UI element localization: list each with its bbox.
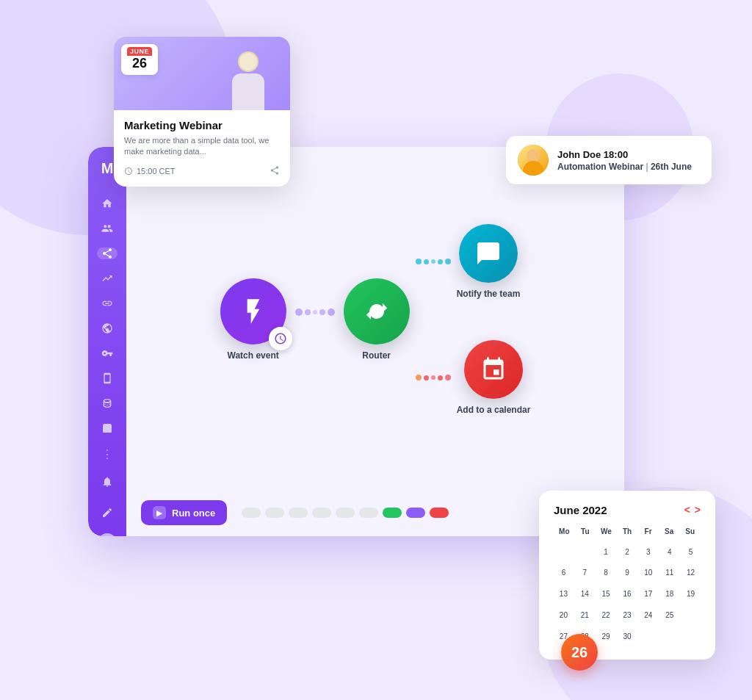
sidebar-item-links[interactable] — [97, 297, 118, 309]
watch-event-node[interactable]: Watch event — [220, 278, 286, 361]
app-window: M ⋮ — [88, 147, 624, 536]
run-once-button[interactable]: ▶ Run once — [141, 500, 227, 525]
cal-cell-9[interactable]: 9 — [618, 563, 637, 583]
cal-cell-11[interactable]: 11 — [659, 563, 679, 583]
cal-cell-8[interactable]: 8 — [596, 563, 616, 583]
router-node[interactable]: Router — [344, 278, 410, 361]
user-avatar[interactable] — [98, 533, 117, 536]
cal-cell-10[interactable]: 10 — [638, 563, 658, 583]
cal-cell-15[interactable]: 15 — [596, 584, 616, 604]
cal-day-su: Su — [679, 525, 701, 538]
cal-cell-14[interactable]: 14 — [575, 584, 595, 604]
sidebar-bell-icon[interactable] — [97, 472, 118, 492]
dot-5 — [336, 508, 355, 518]
webinar-footer: 15:00 CET — [124, 165, 280, 178]
cal-cell-17[interactable]: 17 — [638, 584, 658, 604]
sidebar-more[interactable]: ⋮ — [101, 447, 114, 461]
cal-cell-30[interactable]: 30 — [618, 627, 637, 646]
watch-event-circle[interactable] — [220, 278, 286, 344]
bottom-dots — [242, 508, 449, 518]
cal-cell-2[interactable]: 2 — [618, 542, 637, 562]
notify-label: Notify the team — [457, 289, 521, 299]
calendar-days-header: Mo Tu We Th Fr Sa Su — [554, 525, 701, 538]
sidebar-item-home[interactable] — [97, 198, 118, 209]
play-icon: ▶ — [153, 506, 166, 519]
dot-6 — [359, 508, 378, 518]
main-content: Watch event — [126, 147, 624, 536]
webinar-month: JUNE — [127, 47, 152, 56]
webinar-description: We are more than a simple data tool, we … — [124, 135, 280, 158]
cal-cell-18[interactable]: 18 — [659, 584, 679, 604]
cal-day-fr: Fr — [637, 525, 659, 538]
notify-node[interactable]: Notify the team — [457, 224, 521, 299]
cal-cell-19[interactable]: 19 — [681, 584, 701, 604]
webinar-time: 15:00 CET — [124, 167, 176, 176]
calendar-title: June 2022 — [554, 504, 607, 516]
highlighted-day-badge[interactable]: 26 — [561, 634, 598, 671]
cal-cell-23[interactable]: 23 — [618, 605, 637, 625]
cal-cell-22[interactable]: 22 — [596, 605, 616, 625]
cal-cell-3[interactable]: 3 — [638, 542, 658, 562]
webinar-date-badge: JUNE 26 — [121, 44, 158, 75]
dot-2 — [265, 508, 284, 518]
app-logo: M — [101, 160, 114, 177]
notification-name: John Doe — [557, 149, 601, 160]
sidebar-edit-icon[interactable] — [97, 502, 118, 523]
notification-name-time: John Doe 18:00 — [557, 149, 692, 160]
cal-day-we: We — [596, 525, 617, 538]
cal-cell-25[interactable]: 25 — [659, 605, 679, 625]
cal-cell-13[interactable]: 13 — [554, 584, 574, 604]
calendar-circle[interactable] — [464, 340, 523, 399]
webinar-title: Marketing Webinar — [124, 119, 280, 131]
notify-circle[interactable] — [459, 224, 518, 283]
sidebar-item-globe[interactable] — [97, 322, 118, 334]
cal-cell-blank5 — [681, 627, 701, 646]
notification-event-line: Automation Webinar | 26th June — [557, 162, 692, 172]
sidebar-item-users[interactable] — [97, 223, 118, 234]
cal-cell-24[interactable]: 24 — [638, 605, 658, 625]
cal-cell-29[interactable]: 29 — [596, 627, 616, 646]
notification-card: John Doe 18:00 Automation Webinar | 26th… — [506, 136, 712, 184]
sidebar-item-share[interactable] — [97, 248, 118, 259]
cal-cell-5[interactable]: 5 — [681, 542, 701, 562]
router-circle[interactable] — [344, 278, 410, 344]
webinar-card-image: JUNE 26 — [114, 37, 290, 110]
dot-3 — [289, 508, 308, 518]
sidebar-item-database[interactable] — [97, 397, 118, 409]
router-label: Router — [362, 350, 391, 361]
cal-cell-blank2 — [575, 542, 595, 562]
sidebar-item-key[interactable] — [97, 347, 118, 359]
cal-cell-6[interactable]: 6 — [554, 563, 574, 583]
notification-time: 18:00 — [604, 149, 628, 160]
calendar-next-button[interactable]: > — [695, 504, 701, 516]
cal-cell-21[interactable]: 21 — [575, 605, 595, 625]
cal-day-th: Th — [617, 525, 638, 538]
cal-day-sa: Sa — [659, 525, 680, 538]
webinar-share-icon[interactable] — [270, 165, 280, 178]
cal-cell-16[interactable]: 16 — [618, 584, 637, 604]
cal-cell-4[interactable]: 4 — [659, 542, 679, 562]
cal-cell-blank4 — [659, 627, 679, 646]
webinar-time-text: 15:00 CET — [137, 167, 176, 176]
watch-event-label: Watch event — [228, 350, 279, 361]
dot-red — [430, 508, 449, 518]
dot-1 — [242, 508, 261, 518]
sidebar-item-box[interactable] — [97, 422, 118, 434]
calendar-node[interactable]: Add to a calendar — [457, 340, 531, 415]
webinar-card: JUNE 26 Marketing Webinar We are more th… — [114, 37, 290, 187]
cal-cell-blank1 — [554, 542, 574, 562]
sidebar-item-growth[interactable] — [97, 273, 118, 284]
sidebar-item-mobile[interactable] — [97, 372, 118, 384]
calendar-prev-button[interactable]: < — [684, 504, 690, 516]
calendar-header: June 2022 < > — [554, 504, 701, 516]
cal-cell-7[interactable]: 7 — [575, 563, 595, 583]
calendar-grid: 1 2 3 4 5 6 7 8 9 10 11 12 13 14 15 16 1… — [554, 542, 701, 646]
notification-date: 26th June — [651, 162, 692, 172]
cal-cell-12[interactable]: 12 — [681, 563, 701, 583]
notification-event: Automation Webinar — [557, 162, 643, 172]
cal-day-tu: Tu — [575, 525, 596, 538]
dot-4 — [312, 508, 331, 518]
cal-cell-1[interactable]: 1 — [596, 542, 616, 562]
cal-cell-20[interactable]: 20 — [554, 605, 574, 625]
notification-avatar — [518, 145, 549, 176]
